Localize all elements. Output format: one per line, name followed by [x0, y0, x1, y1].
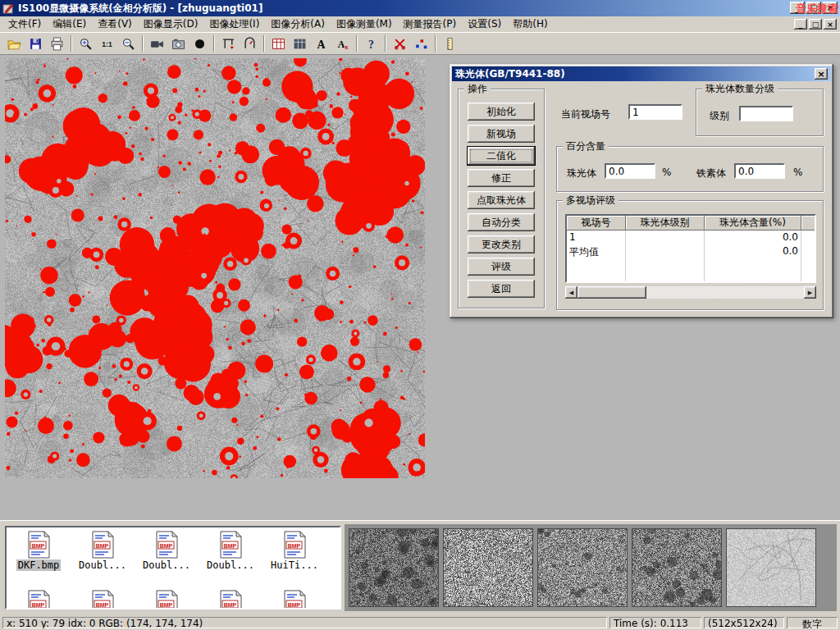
- file-item-partial[interactable]: BMP: [71, 590, 135, 609]
- file-row-1: BMPDKF.bmpBMPDoubl...BMPDoubl...BMPDoubl…: [7, 527, 340, 571]
- file-item[interactable]: BMPDKF.bmp: [7, 531, 71, 571]
- grid-header-2[interactable]: 珠光体级别: [626, 216, 705, 231]
- dialog-close-button[interactable]: ×: [815, 68, 828, 80]
- status-bar: x: 510 y: 79 idx: 0 RGB: (174, 174, 174)…: [0, 615, 840, 630]
- file-item-partial[interactable]: BMP: [135, 590, 199, 609]
- menu-item-9[interactable]: 设置(S): [462, 16, 507, 33]
- menu-item-4[interactable]: 图像显示(D): [138, 16, 204, 33]
- file-item-partial[interactable]: BMP: [7, 590, 71, 609]
- ferrite-percent-input[interactable]: [734, 163, 785, 179]
- bmp-file-icon: BMP: [282, 590, 307, 609]
- file-name: Doubl...: [141, 559, 192, 571]
- camera-capture-button[interactable]: [168, 34, 189, 53]
- menu-item-3[interactable]: 查看(V): [92, 16, 138, 33]
- grid-hscrollbar[interactable]: ◀ ▶: [565, 286, 816, 299]
- file-item[interactable]: BMPDoubl...: [135, 531, 199, 571]
- open-file-button[interactable]: [4, 34, 25, 53]
- menu-item-8[interactable]: 测量报告(P): [398, 16, 463, 33]
- menu-item-2[interactable]: 编辑(E): [47, 16, 92, 33]
- operations-group: 操作 初始化新视场二值化修正点取珠光体自动分类更改类别评级返回: [458, 89, 545, 308]
- menu-item-1[interactable]: 文件(F): [2, 16, 47, 33]
- binarize-button[interactable]: 二值化: [468, 147, 535, 165]
- scroll-thumb[interactable]: [578, 286, 646, 299]
- grid-row[interactable]: 10.0: [567, 231, 815, 244]
- thumbnail-1[interactable]: [349, 529, 438, 606]
- snapshot-icon: [193, 37, 207, 51]
- pick-pearlite-button[interactable]: 点取珠光体: [468, 191, 535, 209]
- grid-header-3[interactable]: 珠光体含量(%): [705, 216, 801, 231]
- file-item[interactable]: BMPDoubl...: [71, 531, 135, 571]
- grid-header-4[interactable]: 铁素: [801, 216, 816, 231]
- actual-size-button[interactable]: 1:1: [97, 34, 117, 53]
- thumbnail-5[interactable]: [727, 529, 815, 606]
- grid-row[interactable]: 平均值0.0: [567, 244, 815, 258]
- level-input[interactable]: [739, 106, 793, 121]
- data-grid-button[interactable]: [290, 34, 310, 53]
- menu-item-10[interactable]: 帮助(H): [507, 16, 553, 33]
- bmp-file-icon: BMP: [154, 590, 179, 609]
- cut-button[interactable]: [390, 34, 410, 53]
- restore-button[interactable]: □: [806, 2, 821, 14]
- text-annotation-button[interactable]: A: [311, 34, 331, 53]
- file-name: Doubl...: [77, 559, 128, 571]
- print-button[interactable]: [47, 34, 67, 53]
- correct-button[interactable]: 修正: [468, 169, 535, 187]
- snapshot-button[interactable]: [189, 34, 210, 53]
- scroll-right-button[interactable]: ▶: [804, 286, 816, 299]
- mdi-close-button[interactable]: ×: [824, 19, 837, 30]
- status-mode: 数字: [787, 617, 838, 628]
- minimize-button[interactable]: _: [790, 2, 805, 14]
- initialize-button[interactable]: 初始化: [468, 103, 535, 121]
- return-button[interactable]: 返回: [468, 280, 535, 298]
- new-field-button[interactable]: 新视场: [468, 125, 535, 143]
- grid-cell-empty: [801, 258, 816, 281]
- file-item[interactable]: BMPDoubl...: [199, 531, 262, 571]
- file-item-partial[interactable]: BMP: [199, 590, 262, 609]
- scroll-track[interactable]: [578, 286, 804, 299]
- mdi-child-controls: _ □ ×: [794, 19, 837, 30]
- mdi-minimize-button[interactable]: _: [794, 19, 807, 30]
- scroll-left-button[interactable]: ◀: [565, 286, 578, 299]
- ruler-button[interactable]: [440, 34, 460, 53]
- menu-item-5[interactable]: 图像处理(I): [203, 16, 265, 33]
- file-item[interactable]: BMPHuiTi...: [262, 531, 326, 571]
- thumbnail-2[interactable]: [444, 529, 532, 606]
- menu-item-6[interactable]: 图像分析(A): [265, 16, 331, 33]
- current-field-input[interactable]: [628, 104, 682, 120]
- close-button[interactable]: ×: [823, 2, 838, 14]
- thumbnail-4[interactable]: [632, 529, 721, 606]
- svg-text:BMP: BMP: [96, 602, 109, 608]
- menu-item-7[interactable]: 图像测量(M): [331, 16, 398, 33]
- text-delete-button[interactable]: Ax: [332, 34, 353, 53]
- auto-classify-button[interactable]: 自动分类: [468, 213, 535, 231]
- thumbnail-3[interactable]: [538, 529, 627, 606]
- dialog-title: 珠光体(GB/T9441-88): [455, 67, 565, 81]
- rate-button[interactable]: 评级: [468, 258, 535, 276]
- measure-caliper-icon: [221, 37, 235, 51]
- file-item-partial[interactable]: BMP: [262, 590, 326, 609]
- measure-caliper-button[interactable]: [218, 34, 239, 53]
- bmp-file-icon: BMP: [218, 590, 243, 609]
- camera-capture-icon: [171, 37, 185, 51]
- mdi-restore-button[interactable]: □: [809, 19, 822, 30]
- file-list: BMPDKF.bmpBMPDoubl...BMPDoubl...BMPDoubl…: [5, 526, 341, 609]
- operations-group-label: 操作: [464, 83, 491, 94]
- measure-gauge-button[interactable]: [240, 34, 260, 53]
- calibration-points-button[interactable]: [411, 34, 431, 53]
- rating-grid: 视场号珠光体级别珠光体含量(%)铁素 10.0平均值0.0: [565, 214, 816, 283]
- measure-table-button[interactable]: [268, 34, 289, 53]
- save-file-button[interactable]: [25, 34, 46, 53]
- video-capture-button[interactable]: [147, 34, 167, 53]
- dialog-titlebar[interactable]: 珠光体(GB/T9441-88) ×: [452, 66, 831, 81]
- grid-header-1[interactable]: 视场号: [567, 216, 626, 231]
- zoom-in-button[interactable]: [75, 34, 96, 53]
- zoom-out-button[interactable]: [118, 34, 139, 53]
- svg-text:BMP: BMP: [288, 602, 301, 608]
- pearlite-percent-input[interactable]: [605, 163, 655, 179]
- toolbar: 1:1AAx?: [0, 32, 840, 55]
- change-class-button[interactable]: 更改类别: [468, 235, 535, 253]
- app-icon: [2, 2, 15, 15]
- help-button[interactable]: ?: [361, 34, 381, 53]
- metallograph-image[interactable]: [5, 58, 425, 478]
- svg-text:1:1: 1:1: [102, 40, 112, 48]
